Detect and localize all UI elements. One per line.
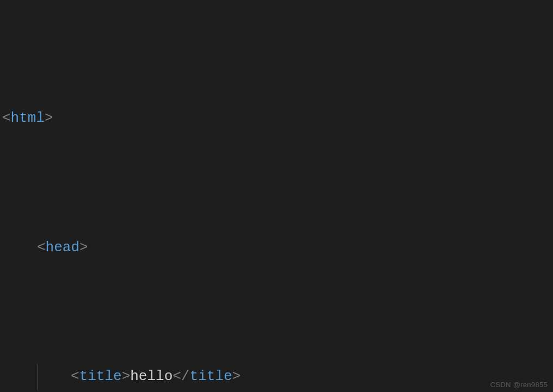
tag-open-bracket: < [71, 368, 79, 384]
watermark-text: CSDN @ren9855 [490, 381, 548, 389]
tag-close-bracket: > [45, 110, 53, 126]
tag-open-bracket: </ [173, 368, 189, 384]
tag-name: head [46, 239, 79, 256]
tag-close-bracket: > [232, 368, 241, 384]
tag-name: html [11, 110, 45, 126]
tag-open-bracket: < [2, 110, 11, 126]
tag-name: title [79, 368, 122, 384]
code-line[interactable]: <head> [0, 235, 553, 261]
code-editor[interactable]: <html> <head> <title>hello</title> <styl… [0, 0, 553, 392]
code-line[interactable]: <title>hello</title> [0, 364, 553, 390]
text-content: hello [130, 368, 173, 384]
code-line[interactable]: <html> [0, 105, 553, 132]
tag-name: title [189, 368, 232, 384]
tag-close-bracket: > [79, 239, 88, 256]
tag-close-bracket: > [122, 368, 131, 384]
tag-open-bracket: < [37, 239, 46, 256]
